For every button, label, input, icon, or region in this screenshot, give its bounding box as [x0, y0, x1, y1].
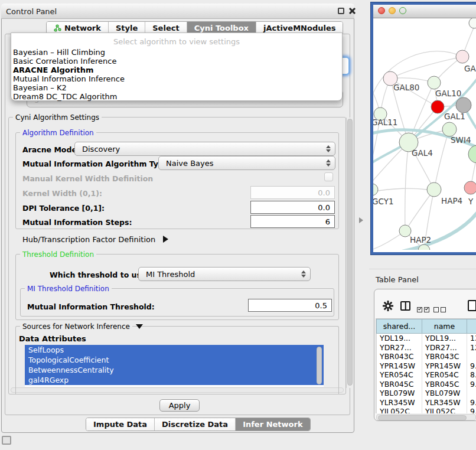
algorithm-placeholder: Select algorithm to view settings [11, 33, 342, 48]
node-label: GAL80 [393, 83, 419, 92]
restore-panel-icon[interactable] [2, 436, 11, 445]
mi-steps-field[interactable]: 6 [250, 215, 335, 228]
table-column-header[interactable]: A [467, 319, 476, 334]
table-horizontal-scrollbar[interactable] [376, 414, 476, 420]
mi-threshold-field[interactable]: 0.5 [248, 299, 332, 312]
hub-definition-expander[interactable]: Hub/Transcription Factor Definition [22, 235, 155, 244]
data-attribute-item[interactable]: SelfLoops [25, 345, 324, 355]
algorithm-option[interactable]: Mutual Information Inference [11, 75, 342, 84]
table-cell: YDR27... [377, 343, 422, 353]
mi-type-combo[interactable]: Naive Bayes [158, 156, 335, 170]
table-cell: YDL19... [422, 334, 467, 343]
table-row[interactable]: YLR345WYLR345W9. [377, 398, 476, 407]
attributes-list-scrollbar[interactable] [317, 347, 322, 384]
table-panel-title: Table Panel [376, 275, 419, 284]
network-node-swi4[interactable] [442, 122, 457, 136]
data-attribute-item[interactable]: TopologicalCoefficient [25, 355, 324, 365]
column-selector-icon[interactable] [400, 301, 410, 311]
mi-steps-value: 6 [325, 217, 330, 226]
algorithm-option[interactable]: Bayesian – Hill Climbing [11, 48, 342, 57]
threshold-definition-title: Threshold Definition [20, 250, 96, 259]
network-nodes [373, 18, 476, 250]
algorithm-option[interactable]: Dream8 DC_TDC Algorithm [11, 93, 342, 102]
network-node-hap2[interactable] [399, 225, 411, 237]
tab-impute-data[interactable]: Impute Data [86, 418, 155, 431]
network-node-gal10[interactable] [428, 76, 441, 89]
data-attribute-item[interactable]: BetweennessCentrality [25, 365, 324, 375]
table-cell: 12 [467, 343, 476, 353]
combo-arrows-icon [301, 270, 305, 278]
node-label: GAL1 [444, 112, 465, 121]
node-label: HAP4 [441, 196, 462, 206]
settings-vertical-scrollbar[interactable] [346, 118, 354, 388]
aracne-mode-combo[interactable]: Discovery [74, 142, 335, 156]
algorithm-definition-title: Algorithm Definition [20, 129, 96, 137]
zoom-traffic-light[interactable] [399, 7, 406, 14]
new-table-icon[interactable] [468, 300, 476, 311]
dpi-tolerance-field[interactable]: 0.0 [250, 201, 335, 214]
table-row[interactable]: YBR045CYBR045C9. [377, 380, 476, 389]
float-window-icon[interactable] [338, 8, 344, 14]
sources-title[interactable]: Sources for Network Inference [20, 322, 132, 331]
node-label: GAL10 [435, 89, 461, 98]
algorithm-dropdown-list: Bayesian – Hill ClimbingBasic Correlatio… [11, 48, 342, 101]
network-node[interactable] [469, 18, 476, 28]
network-node[interactable] [456, 97, 471, 113]
data-attributes-list: SelfLoopsTopologicalCoefficientBetweenne… [25, 345, 324, 387]
kernel-width-value: 0.0 [318, 188, 330, 197]
table-column-header[interactable]: shared... [377, 319, 422, 334]
network-node-gal1[interactable] [431, 100, 444, 113]
table-row[interactable]: YDL19...YDL19...13 [377, 334, 476, 343]
network-node[interactable] [468, 145, 476, 163]
kernel-width-label: Kernel Width (0,1): [22, 189, 102, 198]
network-node-gcy1[interactable] [373, 184, 378, 195]
collapse-down-icon[interactable] [136, 324, 143, 329]
network-canvas[interactable]: GALGAL80GAL10GAL1GAL11SWI4GAL4GCY1HAP4YH… [373, 18, 476, 250]
table-cell: YBR043C [377, 352, 422, 361]
node-label: HAP2 [410, 235, 431, 244]
apply-button[interactable]: Apply [159, 399, 200, 412]
network-node-gal[interactable] [456, 50, 469, 63]
table-cell: YPR145W [377, 361, 422, 371]
manual-kernel-checkbox[interactable] [324, 172, 333, 181]
kernel-width-field[interactable]: 0.0 [250, 186, 335, 199]
network-node-y[interactable] [464, 181, 476, 194]
table-cell: YBL079W [377, 389, 422, 398]
table-row[interactable]: YBL079WYBL079W [377, 389, 476, 398]
close-icon[interactable] [348, 7, 356, 15]
network-node-hap4[interactable] [427, 182, 441, 197]
table-row[interactable]: YER054CYER054C8. [377, 370, 476, 380]
hub-definition-label: Hub/Transcription Factor Definition [22, 235, 155, 244]
table-cell: 9. [467, 407, 476, 413]
algorithm-option[interactable]: Basic Correlation Inference [11, 57, 342, 66]
select-all-checkboxes-icon[interactable] [417, 304, 431, 315]
table-cell: 13 [467, 334, 476, 343]
table-row[interactable]: YIL052CYIL052C9. [377, 407, 476, 413]
which-threshold-combo[interactable]: MI Threshold [138, 267, 311, 281]
data-attribute-item[interactable]: gal4RGexp [25, 375, 324, 385]
mi-type-label: Mutual Information Algorithm Type: [22, 159, 171, 168]
table-column-header[interactable]: name [422, 319, 467, 334]
table-row[interactable]: YBR043CYBR043C [377, 352, 476, 361]
bottom-tab-bar: Impute DataDiscretize DataInfer Network [86, 418, 311, 431]
expand-right-icon[interactable] [163, 236, 168, 243]
algorithm-option[interactable]: ARACNE Algorithm [11, 66, 342, 75]
gear-icon[interactable] [383, 301, 393, 311]
table-cell [467, 389, 476, 398]
node-label: Y [468, 197, 474, 206]
tab-label: Style [116, 24, 138, 32]
tab-discretize-data[interactable]: Discretize Data [155, 418, 236, 431]
table-cell: YIL052C [422, 407, 467, 413]
table-row[interactable]: YDR27...YDR27...12 [377, 343, 476, 353]
table-row[interactable]: YPR145WYPR145W9. [377, 361, 476, 371]
tab-infer-network[interactable]: Infer Network [236, 418, 309, 431]
algorithm-option[interactable]: Bayesian – K2 [11, 84, 342, 93]
deselect-all-checkboxes-icon[interactable] [433, 304, 448, 315]
mi-threshold-title: MI Threshold Definition [25, 285, 112, 293]
table-cell: YER054C [422, 370, 467, 380]
minimize-traffic-light[interactable] [389, 7, 396, 14]
splitter-handle-icon[interactable] [359, 217, 363, 223]
table-cell: 9. [467, 380, 476, 389]
node-label: GAL11 [373, 118, 397, 127]
close-traffic-light[interactable] [378, 7, 385, 14]
